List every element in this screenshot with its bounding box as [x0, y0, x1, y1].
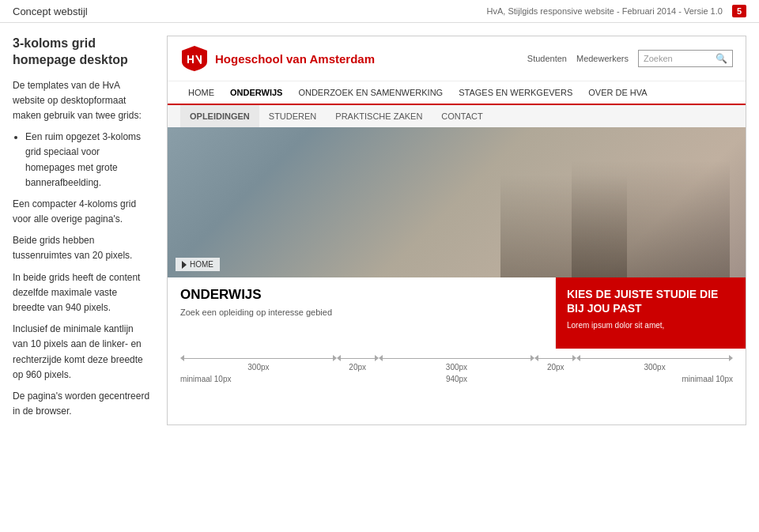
margin-right-label: minimaal 10px	[682, 375, 733, 383]
content-section-title: ONDERWIJS	[180, 287, 542, 303]
sidebar-para-4: In beide grids heeft de content dezelfde…	[13, 270, 151, 316]
dim-line-3	[580, 358, 729, 359]
hero-background	[168, 127, 746, 277]
sidebar-para-5: Inclusief de minimale kantlijn van 10 pi…	[13, 322, 151, 383]
dim-line-gap-2	[538, 358, 572, 359]
dim-line-2	[383, 358, 531, 359]
hva-hero-image: HOME	[168, 127, 746, 277]
hva-content-left: ONDERWIJS Zoek een opleiding op interess…	[168, 277, 556, 349]
grid-dims-bar: 300px 20px	[168, 355, 746, 372]
sidebar-para-2: Een compacter 4-koloms grid voor alle ov…	[13, 197, 151, 227]
nav-onderwijs[interactable]: ONDERWIJS	[222, 81, 290, 104]
top-link-medewerkers[interactable]: Medewerkers	[576, 54, 629, 63]
hero-breadcrumb: HOME	[176, 258, 220, 271]
page-title: Concept webstijl	[13, 6, 88, 17]
nav-over[interactable]: OVER DE HVA	[580, 81, 655, 104]
page-subtitle: HvA, Stijlgids responsive website - Febr…	[487, 6, 723, 16]
hva-logo-icon	[180, 44, 209, 73]
page-number-badge: 5	[732, 5, 746, 17]
dim-arrow-gap-1	[337, 355, 379, 361]
subnav-contact[interactable]: CONTACT	[432, 105, 492, 127]
subnav-opleidingen[interactable]: OPLEIDINGEN	[180, 105, 259, 127]
hva-top-links: Studenten Medewerkers Zoeken 🔍	[527, 50, 733, 67]
dim-line-1	[184, 358, 333, 359]
dim-label-2: 300px	[446, 363, 467, 372]
nav-home[interactable]: HOME	[180, 81, 222, 104]
sidebar-list: Een ruim opgezet 3-koloms grid speciaal …	[13, 130, 151, 191]
hva-promo-box: KIES DE JUISTE STUDIE DIE BIJ JOU PAST L…	[556, 277, 746, 349]
nav-stages[interactable]: STAGES EN WERKGEVERS	[451, 81, 580, 104]
dim-label-gap-2: 20px	[547, 363, 565, 372]
sidebar-list-item-1: Een ruim opgezet 3-koloms grid speciaal …	[25, 130, 151, 191]
sidebar-para-3: Beide grids hebben tussenruimtes van 20 …	[13, 233, 151, 263]
total-width-label: 940px	[446, 375, 467, 383]
subnav-studeren[interactable]: STUDEREN	[259, 105, 327, 127]
dim-arrow-2	[379, 355, 535, 361]
content-section-subtitle: Zoek een opleiding op interesse gebied	[180, 308, 542, 317]
margin-left-label: minimaal 10px	[180, 375, 231, 383]
dim-gap-2: 20px	[534, 355, 576, 372]
promo-body: Lorem ipsum dolor sit amet,	[567, 320, 734, 331]
search-icon[interactable]: 🔍	[716, 53, 727, 64]
dim-arrow-gap-2	[534, 355, 576, 361]
sidebar-title: 3-koloms grid homepage desktop	[13, 36, 151, 69]
nav-onderzoek[interactable]: ONDERZOEK EN SAMENWERKING	[290, 81, 451, 104]
search-box[interactable]: Zoeken 🔍	[638, 50, 733, 67]
dim-label-3: 300px	[644, 363, 665, 372]
grid-dims-row: 300px 20px	[168, 349, 746, 383]
arrow-right-3	[729, 355, 733, 361]
dim-label-gap-1: 20px	[349, 363, 366, 372]
dim-arrow-1	[180, 355, 337, 361]
sidebar-text: 3-koloms grid homepage desktop De templa…	[13, 36, 151, 425]
dim-gap-1: 20px	[337, 355, 379, 372]
website-mockup: Hogeschool van Amsterdam Studenten Medew…	[167, 36, 746, 425]
hva-topbar: Hogeschool van Amsterdam Studenten Medew…	[168, 36, 746, 81]
bottom-annotations: minimaal 10px 940px minimaal 10px	[168, 372, 746, 383]
dim-col-2: 300px	[379, 355, 535, 372]
hva-primary-nav: HOME ONDERWIJS ONDERZOEK EN SAMENWERKING…	[168, 81, 746, 105]
promo-title: KIES DE JUISTE STUDIE DIE BIJ JOU PAST	[567, 287, 734, 315]
hva-logo-text: Hogeschool van Amsterdam	[215, 52, 375, 66]
dim-line-gap-1	[341, 358, 375, 359]
breadcrumb-arrow-icon	[182, 261, 187, 269]
dim-label-1: 300px	[247, 363, 269, 372]
main-wrapper: 3-koloms grid homepage desktop De templa…	[0, 23, 759, 438]
dim-col-3: 300px	[576, 355, 733, 372]
hva-logo: Hogeschool van Amsterdam	[180, 44, 375, 73]
top-link-studenten[interactable]: Studenten	[527, 54, 567, 63]
dim-col-1: 300px	[180, 355, 337, 372]
subnav-praktische-zaken[interactable]: PRAKTISCHE ZAKEN	[326, 105, 432, 127]
breadcrumb-text: HOME	[190, 260, 213, 269]
sidebar-para-6: De pagina's worden gecentreerd in de bro…	[13, 389, 151, 419]
hva-secondary-nav: OPLEIDINGEN STUDEREN PRAKTISCHE ZAKEN CO…	[168, 105, 746, 127]
search-text: Zoeken	[644, 54, 673, 63]
page-header: Concept webstijl HvA, Stijlgids responsi…	[0, 0, 759, 23]
hva-content-row: ONDERWIJS Zoek een opleiding op interess…	[168, 277, 746, 349]
sidebar-para-1: De templates van de HvA website op deskt…	[13, 78, 151, 124]
dim-arrow-3	[576, 355, 733, 361]
